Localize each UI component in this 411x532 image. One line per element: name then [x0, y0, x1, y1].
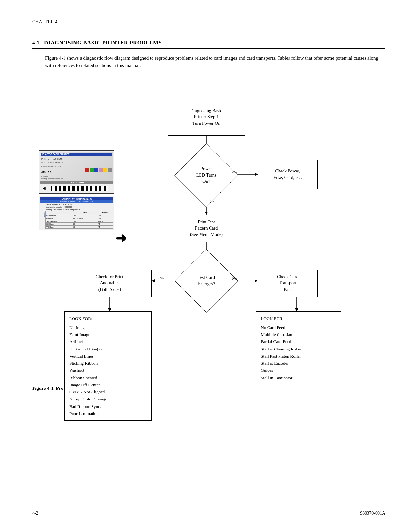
yes-label-2: Yes [160, 276, 165, 281]
large-arrow-right: ➜ [115, 230, 127, 246]
card-bottom-area: ◄ [40, 184, 113, 192]
lookfor-left-box: LOOK FOR: No Image Faint Image Artifacts… [64, 311, 152, 421]
lam-row-label: Temperature [46, 220, 72, 222]
page-footer: 4-2 980370-001A [32, 511, 385, 516]
lam-col-empty [46, 211, 72, 214]
svg-marker-11 [255, 279, 258, 282]
lam-row-upper: 102°C [72, 220, 97, 222]
lam-row-lower: ON [97, 214, 113, 217]
decision1-text: Power LED Turns On? [196, 166, 217, 185]
list-item: Ribbon Sheared [69, 374, 147, 381]
lam-side-label: CARD [44, 212, 45, 219]
list-item: Stall Past Platen Roller [261, 353, 337, 360]
lam-counter: Laminating counter: 00000003 [45, 206, 113, 208]
table-row: Lamination ON ON [46, 214, 113, 217]
lam-row-upper: 50 [72, 225, 97, 228]
lam-serial: Serial number: L720 BETA 14 [45, 203, 113, 206]
list-item: CMYK Not Aligned [69, 389, 147, 396]
yes-label-1: Yes [209, 199, 214, 204]
lam-header: LAMINATION PARAMETERS [40, 197, 113, 200]
color-block-red [85, 168, 89, 172]
card-firmware: Firmware: V2.47a USB [41, 166, 112, 168]
svg-marker-3 [255, 173, 258, 176]
doc-number: 980370-001A [360, 511, 385, 516]
list-item: Stall at Encoder [261, 360, 337, 367]
list-item: Faint Image [69, 331, 147, 338]
list-item: Guides [261, 367, 337, 374]
list-item: Artifacts [69, 338, 147, 345]
card-top-area: PLASTIC CARD PRINTER PRINTER: P720 CEM S… [40, 152, 113, 181]
lam-row-upper: 800015-714 [72, 217, 97, 220]
no-label-2: No [232, 276, 237, 281]
lam-row-label: Ribbon [46, 217, 72, 220]
card-printer-image: PLASTIC CARD PRINTER PRINTER: P720 CEM S… [39, 150, 114, 232]
check-anomalies-box: Check for Print Anomalies (Both Sides) [68, 270, 152, 297]
section-number: 4.1 [32, 40, 40, 46]
lam-timing: Timing Lamination: 10.0s Coding: 00.0s [45, 208, 113, 211]
card-arrow-icon: ◄ [42, 185, 47, 191]
lam-row-lower: ON [97, 217, 113, 220]
table-row: X Offset 30 45 [46, 222, 113, 225]
lam-row-upper: ON [72, 214, 97, 217]
lam-subheader: Version number: P700 LAM V0.19b [40, 200, 113, 203]
list-item: Partial Card Feed [261, 338, 337, 345]
check-anomalies-text: Check for Print Anomalies (Both Sides) [96, 274, 123, 293]
test-card-image: PLASTIC CARD PRINTER PRINTER: P720 CEM S… [39, 150, 114, 194]
lamination-card-image: LAMINATION PARAMETERS Version number: P7… [39, 196, 114, 230]
page-number: 4-2 [32, 511, 38, 516]
card-test-label: TEST CARD [40, 181, 113, 184]
lam-row-label: X Offset [46, 222, 72, 225]
color-block-yellow [103, 168, 107, 172]
section-heading: 4.1 DIAGNOSING BASIC PRINTER PROBLEMS [32, 40, 385, 49]
check-power-box: Check Power, Fuse, Cord, etc. [258, 160, 318, 189]
lam-row-lower: 45 [97, 225, 113, 228]
check-transport-box: Check Card Transport Path [258, 270, 318, 297]
check-power-text: Check Power, Fuse, Cord, etc. [273, 168, 302, 181]
lam-row-lower: 45 [97, 222, 113, 225]
card-dpi: 300 dpi [41, 170, 52, 174]
list-item: No Image [69, 324, 147, 331]
no-label-1: No [232, 170, 237, 175]
diagram-area: Diagnosing Basic Printer Step 1 Turn Pow… [32, 79, 385, 376]
svg-marker-15 [295, 308, 298, 311]
lookfor-right-box: LOOK FOR: No Card Feed Multiple Card Jam… [256, 311, 341, 385]
color-block-pink [99, 168, 103, 172]
section-title: DIAGNOSING BASIC PRINTER PROBLEMS [44, 40, 162, 46]
card-header-bar: PLASTIC CARD PRINTER [41, 153, 112, 156]
color-block-green [90, 168, 94, 172]
color-block-gray [108, 168, 112, 172]
print-test-box: Print Test Pattern Card (See Menu Mode) [168, 215, 245, 242]
lam-col-lower: Lower [97, 211, 113, 214]
lam-row-label: Lamination [46, 214, 72, 217]
lam-col-upper: Upper [72, 211, 97, 214]
lam-row-lower: 168°C [97, 220, 113, 222]
list-item: Washout [69, 367, 147, 374]
check-transport-text: Check Card Transport Path [277, 274, 298, 293]
print-test-text: Print Test Pattern Card (See Menu Mode) [190, 219, 223, 238]
lam-content: Serial number: L720 BETA 14 Laminating c… [45, 203, 113, 229]
step1-box: Diagnosing Basic Printer Step 1 Turn Pow… [168, 99, 245, 136]
step1-text: Diagnosing Basic Printer Step 1 Turn Pow… [190, 108, 222, 127]
lam-body: CARD Serial number: L720 BETA 14 Laminat… [40, 203, 113, 229]
lam-table: Upper Lower Lamination ON ON Ribbo [45, 211, 113, 229]
table-row: Temperature 102°C 168°C [46, 220, 113, 222]
decision2-text: Test Card Emerges? [198, 274, 215, 287]
lam-row-upper: 30 [72, 222, 97, 225]
list-item: Multiple Card Jam [261, 331, 337, 338]
card-extra-info: IC: 1818Printing counter: 00000140 [41, 176, 112, 180]
table-row: Y Offset 50 45 [46, 225, 113, 228]
color-block-blue [94, 168, 98, 172]
lam-row-label: Y Offset [46, 225, 72, 228]
lookfor-left-title: LOOK FOR: [69, 315, 147, 322]
list-item: Abrupt Color Change [69, 396, 147, 403]
chapter-label: CHAPTER 4 [32, 19, 385, 25]
lookfor-left-items: No Image Faint Image Artifacts Horizonta… [69, 324, 147, 417]
svg-marker-5 [205, 212, 208, 215]
table-row: Ribbon 800015-714 ON [46, 217, 113, 220]
card-barcode [51, 186, 108, 191]
list-item: Vertical Lines [69, 353, 147, 360]
lookfor-right-title: LOOK FOR: [261, 315, 337, 322]
color-blocks [85, 168, 112, 172]
lam-side-area: CARD [40, 203, 45, 229]
lookfor-right-items: No Card Feed Multiple Card Jam Partial C… [261, 324, 337, 381]
